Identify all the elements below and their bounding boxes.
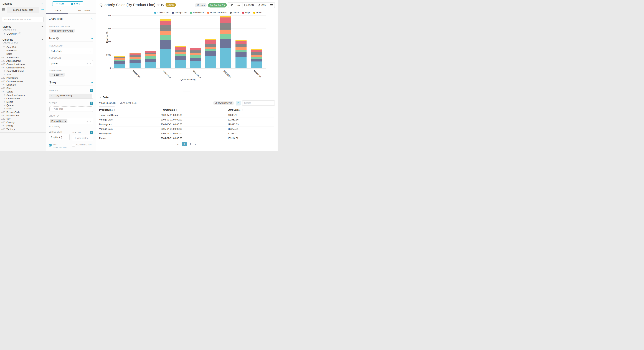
search-metrics-columns-input[interactable] [2,17,44,22]
column-item[interactable]: OrderDate [0,45,46,49]
add-sort-metric-button[interactable]: + [90,131,93,134]
remove-tag-icon[interactable]: × [65,120,66,122]
share-link-button[interactable] [228,2,235,8]
collapse-data-panel-icon[interactable] [99,97,101,98]
column-item[interactable]: #Month [0,100,46,103]
column-item[interactable]: #QuantityOrdered [0,69,46,73]
bar-segment-trains [130,53,140,54]
column-item[interactable]: ABCCountry [0,121,46,124]
clear-icon[interactable]: × [86,62,88,65]
add-filter-button[interactable]: + [90,102,93,105]
column-item[interactable]: #Quarter [0,103,46,107]
column-item[interactable]: ABCPostalCode [0,76,46,80]
column-item[interactable]: ABCTerritory [0,128,46,131]
time-grain-select[interactable]: quarter × [49,60,93,66]
column-item[interactable]: ABCAddressLine1 [0,56,46,59]
column-item[interactable]: ABCCity [0,117,46,121]
column-item[interactable]: Sales [0,52,46,56]
legend-item[interactable]: Classic Cars [154,11,169,14]
legend-item[interactable]: Vintage Cars [172,11,187,14]
column-item[interactable]: ABCState [0,86,46,90]
chevron-up-icon[interactable] [91,18,93,19]
edit-title-icon[interactable] [161,3,164,6]
export-json-button[interactable]: .JSON [242,2,256,8]
time-column-select[interactable]: OrderDate [49,48,93,54]
menu-button[interactable] [268,2,274,8]
column-item[interactable]: ABCAddressLine2 [0,59,46,62]
contribution-checkbox[interactable] [72,144,75,146]
table-column-header[interactable]: ProductLine [99,108,161,111]
text-type-icon: ABC [2,77,6,79]
column-item[interactable]: ABCContactFirstName [0,66,46,69]
column-item[interactable]: ABCDealSize [0,83,46,86]
pagination-page-1[interactable]: 1 [182,142,186,146]
legend-item[interactable]: Motorcycles [190,11,204,14]
group-by-select[interactable]: ProductLine× × [49,118,93,124]
add-metric-button[interactable]: + [90,89,93,92]
column-item[interactable]: ABCContactLastName [0,62,46,66]
dataset-options-menu[interactable]: ••• [41,8,44,11]
sort-by-label: SORT BY [72,131,81,133]
timeseries-bar-chart: Classic CarsVintage CarsMotorcyclesTruck… [96,10,278,90]
remove-metric-icon[interactable]: × [50,94,54,97]
tab-customize[interactable]: CUSTOMIZE [71,8,96,13]
column-item[interactable]: ABCStatus [0,90,46,93]
panel-resize-handle[interactable] [183,90,190,93]
sort-icon[interactable] [242,109,242,111]
dataset-name[interactable]: cleaned_sales_data [6,7,39,13]
chevron-up-icon[interactable] [91,82,93,83]
column-item[interactable]: ABCProductLine [0,114,46,117]
metric-item[interactable]: ƒ COUNT(*) ? [0,31,46,35]
legend-item[interactable]: Planes [230,11,239,14]
data-search-input[interactable] [242,100,275,106]
help-icon[interactable]: ? [18,32,21,35]
pagination-prev[interactable]: « [177,143,178,146]
run-button[interactable]: RUN [52,1,68,6]
visualization-type-value[interactable]: Time-series Bar Chart [49,29,75,33]
clear-icon[interactable]: × [86,120,88,123]
time-range-value[interactable]: -∞ ≤ col < ∞ [49,73,65,77]
chevron-up-icon[interactable] [41,26,43,27]
sort-icon[interactable] [176,109,177,111]
column-item[interactable]: ABCCustomerName [0,80,46,83]
sort-icon[interactable] [114,109,115,111]
column-item[interactable]: #MSRP [0,107,46,110]
chevron-up-icon[interactable] [91,38,93,39]
altered-badge[interactable]: Altered [166,3,176,7]
column-item[interactable]: ABCProductCode [0,110,46,114]
column-item[interactable]: #OrderNumber [0,97,46,100]
table-cell: 84638.25 [228,114,274,116]
legend-item[interactable]: Trains [253,11,262,14]
save-button[interactable]: SAVE [68,1,83,6]
column-item[interactable]: #OrderLineNumber [0,93,46,97]
favorite-star-icon[interactable]: ☆ [157,3,160,7]
copy-data-button[interactable] [236,101,241,105]
embed-code-button[interactable]: </> [235,2,242,8]
column-item[interactable]: PriceEach [0,49,46,52]
metric-pill[interactable]: × ƒ(x) SUM(Sales) › [50,94,92,98]
legend-item[interactable]: Trucks and Buses [207,11,227,14]
table-column-header[interactable]: SUM(Sales) [228,108,274,111]
add-sort-metric-dropzone[interactable]: +Add metric [73,136,92,140]
export-csv-button[interactable]: .CSV [256,2,268,8]
pagination-next[interactable]: » [195,143,196,146]
tab-view-results[interactable]: VIEW RESULTS [99,102,116,104]
table-cell: 2003-07-01 00:00:00 [161,114,228,116]
bar-segment-trains [114,56,126,56]
collapse-sidebar-icon[interactable] [41,2,44,5]
table-column-header[interactable]: __timestamp [161,108,228,111]
group-by-tag[interactable]: ProductLine× [50,119,68,123]
bar-segment-trains [251,49,262,50]
chevron-up-icon[interactable] [41,39,43,40]
column-item[interactable]: #Year [0,73,46,76]
legend-item[interactable]: Ships [242,11,250,14]
text-type-icon: ABC [2,67,6,69]
tab-view-samples[interactable]: VIEW SAMPLES [120,102,136,104]
series-limit-select[interactable]: 7 option(s) [49,134,70,140]
column-item[interactable]: ABCPhone [0,124,46,127]
tab-data[interactable]: DATA [46,8,71,13]
expand-metric-icon[interactable]: › [88,94,92,97]
sort-descending-checkbox[interactable] [49,144,52,146]
add-filter-dropzone[interactable]: +Add filter [50,106,92,111]
pagination-page-2[interactable]: 2 [190,143,192,145]
